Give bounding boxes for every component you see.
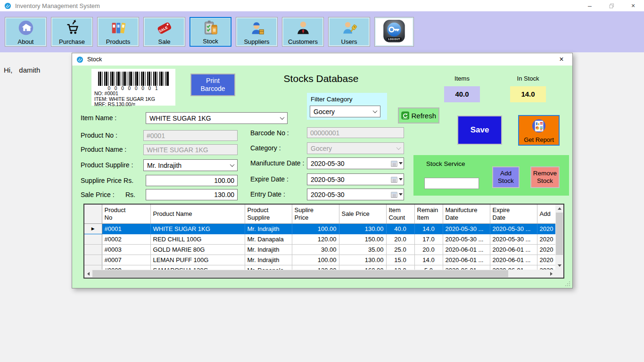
cell-item-count[interactable]: 15.0 [386, 255, 414, 265]
table-row[interactable]: #0007 LEMAN PUFF 100G Mr. Indrajith 100.… [84, 255, 555, 265]
col-remain-item[interactable]: Remain Item [414, 205, 443, 223]
cell-remain-item[interactable]: 17.0 [414, 234, 443, 244]
cell-manifucture-date[interactable]: 2020-06-01 ... [443, 244, 490, 255]
cell-remain-item[interactable]: 20.0 [414, 244, 443, 255]
get-report-button[interactable]: Get Report [518, 115, 560, 146]
scroll-left-arrow[interactable] [84, 270, 92, 278]
cell-add[interactable]: 2020 [537, 223, 555, 234]
table-row[interactable]: #0003 GOLD MARIE 80G Mr. Indrajith 30.00… [84, 244, 555, 255]
cell-item-count[interactable]: 25.0 [386, 244, 414, 255]
refresh-button[interactable]: REFRESH Refresh [398, 107, 439, 123]
cell-suplire-price[interactable]: 100.00 [292, 255, 339, 265]
scroll-right-arrow[interactable] [547, 270, 555, 278]
cell-add[interactable]: 2020 [537, 244, 555, 255]
cell-product-supplire[interactable]: Mr. Danapala [245, 234, 292, 244]
cell-product-no[interactable]: #0002 [102, 234, 150, 244]
save-button[interactable]: Save [457, 115, 502, 145]
vertical-scroll-thumb[interactable] [556, 213, 563, 255]
cell-item-count[interactable]: 40.0 [386, 223, 414, 234]
row-header-cell[interactable] [84, 255, 102, 265]
toolbar-button-products[interactable]: Products [97, 17, 139, 47]
cell-suplire-price[interactable]: 100.00 [292, 223, 339, 234]
stock-service-input[interactable] [424, 178, 479, 189]
supplire-price-field[interactable] [146, 175, 238, 186]
toolbar-button-purchase[interactable]: Purchase [51, 17, 93, 47]
cell-product-no[interactable]: #0003 [102, 244, 150, 255]
cell-manifucture-date[interactable]: 2020-05-30 ... [443, 223, 490, 234]
close-button[interactable]: × [622, 0, 644, 11]
col-sale-price[interactable]: Sale Price [339, 205, 386, 223]
window-titlebar[interactable]: Inventory Management System – × [0, 0, 644, 11]
row-header-cell[interactable]: ▶ [84, 223, 102, 234]
print-barcode-button[interactable]: Print Barcode [190, 74, 235, 96]
horizontal-scrollbar[interactable] [84, 270, 555, 278]
col-product-name[interactable]: Product Name [150, 205, 245, 223]
cell-product-supplire[interactable]: Mr. Indrajith [245, 223, 292, 234]
vertical-scrollbar[interactable] [555, 205, 563, 270]
cell-expire-date[interactable]: 2020-05-30 ... [490, 223, 537, 234]
cell-sale-price[interactable]: 150.00 [339, 234, 386, 244]
horizontal-scroll-thumb[interactable] [92, 270, 508, 277]
cell-manifucture-date[interactable]: 2020-06-01 ... [443, 255, 490, 265]
cell-add[interactable]: 2020 [537, 234, 555, 244]
toolbar-button-about[interactable]: About [5, 17, 47, 47]
product-supplire-select[interactable]: Mr. Indrajith [143, 159, 238, 171]
cell-product-no[interactable]: #0009 [102, 265, 150, 270]
cell-expire-date[interactable]: 2020-06-01 ... [490, 265, 537, 270]
row-header-cell[interactable] [84, 244, 102, 255]
cell-expire-date[interactable]: 2020-06-01 ... [490, 244, 537, 255]
cell-item-count[interactable]: 12.0 [386, 265, 414, 270]
cell-remain-item[interactable]: 5.0 [414, 265, 443, 270]
resize-grip[interactable] [565, 281, 570, 287]
cell-product-no[interactable]: #0007 [102, 255, 150, 265]
table-row[interactable]: ▶ #0001 WHITE SUGAR 1KG Mr. Indrajith 10… [84, 223, 555, 234]
table-row[interactable]: #0002 RED CHILL 100G Mr. Danapala 120.00… [84, 234, 555, 244]
toolbar-button-users[interactable]: Users [328, 17, 370, 47]
toolbar-button-suppliers[interactable]: Suppliers [236, 17, 278, 47]
filter-category-select[interactable]: Gocery [310, 106, 380, 117]
cell-product-name[interactable]: SAMAPOSHA 120G [150, 265, 245, 270]
cell-manifucture-date[interactable]: 2020-06-01 ... [443, 265, 490, 270]
scroll-down-arrow[interactable] [555, 262, 563, 270]
cell-sale-price[interactable]: 130.00 [339, 223, 386, 234]
col-product-supplire[interactable]: Product Supplire [245, 205, 292, 223]
cell-suplire-price[interactable]: 120.00 [292, 265, 339, 270]
cell-add[interactable]: 2020 [537, 265, 555, 270]
manifucture-date-picker[interactable]: 2020-05-30 [307, 157, 404, 169]
cell-product-supplire[interactable]: Mr. Danapala [245, 265, 292, 270]
toolbar-button-sale[interactable]: SALE Sale [143, 17, 185, 47]
toolbar-button-logout[interactable]: LOGOUT [374, 17, 414, 47]
cell-add[interactable]: 2020 [537, 255, 555, 265]
cell-product-name[interactable]: LEMAN PUFF 100G [150, 255, 245, 265]
cell-product-supplire[interactable]: Mr. Indrajith [245, 255, 292, 265]
col-product-no[interactable]: Product No [102, 205, 150, 223]
cell-sale-price[interactable]: 160.00 [339, 265, 386, 270]
cell-sale-price[interactable]: 130.00 [339, 255, 386, 265]
add-stock-button[interactable]: Add Stock [492, 166, 520, 188]
col-add[interactable]: Add [537, 205, 555, 223]
expire-date-picker[interactable]: 2020-05-30 [307, 173, 404, 185]
minimize-button[interactable]: – [579, 0, 601, 11]
cell-suplire-price[interactable]: 120.00 [292, 234, 339, 244]
cell-product-supplire[interactable]: Mr. Indrajith [245, 244, 292, 255]
stock-dialog-titlebar[interactable]: Stock × [72, 53, 572, 66]
cell-expire-date[interactable]: 2020-06-01 ... [490, 255, 537, 265]
cell-product-no[interactable]: #0001 [102, 223, 150, 234]
cell-product-name[interactable]: GOLD MARIE 80G [150, 244, 245, 255]
cell-manifucture-date[interactable]: 2020-05-30 ... [443, 234, 490, 244]
cell-expire-date[interactable]: 2020-05-30 ... [490, 234, 537, 244]
remove-stock-button[interactable]: Remove Stock [530, 166, 560, 188]
cell-remain-item[interactable]: 14.0 [414, 223, 443, 234]
cell-sale-price[interactable]: 35.00 [339, 244, 386, 255]
table-row[interactable]: #0009 SAMAPOSHA 120G Mr. Danapala 120.00… [84, 265, 555, 270]
col-expire-date[interactable]: Expire Date [490, 205, 537, 223]
cell-suplire-price[interactable]: 30.00 [292, 244, 339, 255]
item-name-select[interactable]: WHITE SUGAR 1KG [146, 112, 288, 124]
cell-remain-item[interactable]: 14.0 [414, 255, 443, 265]
cell-product-name[interactable]: RED CHILL 100G [150, 234, 245, 244]
dialog-close-icon[interactable]: × [554, 53, 569, 66]
cell-item-count[interactable]: 20.0 [386, 234, 414, 244]
col-manifucture-date[interactable]: Manifucture Date [443, 205, 490, 223]
sale-price-field[interactable] [146, 189, 238, 200]
cell-product-name[interactable]: WHITE SUGAR 1KG [150, 223, 245, 234]
